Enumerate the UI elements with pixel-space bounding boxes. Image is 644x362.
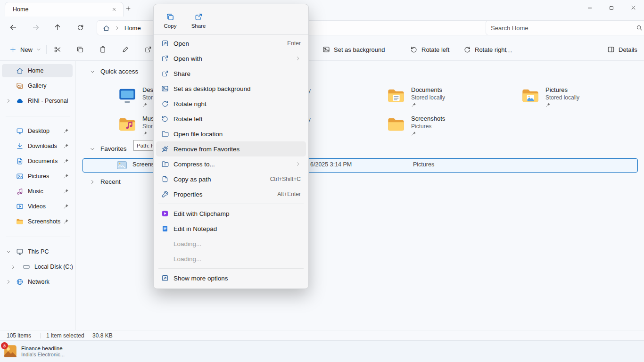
section-favorites[interactable]: Favorites — [90, 145, 127, 152]
widgets-button[interactable]: 3 Finance headline India's Electronic... — [4, 345, 65, 358]
desktop-icon — [16, 127, 24, 135]
toolbar-divider — [46, 45, 47, 54]
sidebar-item-documents[interactable]: Documents — [2, 155, 73, 168]
sidebar-item-this-pc[interactable]: This PC — [2, 245, 73, 258]
set-as-background-button[interactable]: Set as background — [319, 42, 388, 57]
minimize-button[interactable] — [579, 0, 601, 16]
pane-divider[interactable] — [75, 60, 76, 330]
menu-item-open[interactable]: Open Enter — [156, 36, 306, 51]
pin-icon — [142, 131, 148, 136]
share-icon — [161, 70, 169, 77]
menu-item-rotate-right[interactable]: Rotate right — [156, 96, 306, 111]
up-button[interactable] — [50, 20, 65, 35]
menu-item-open-file-location[interactable]: Open file location — [156, 126, 306, 141]
section-quick-access[interactable]: Quick access — [90, 68, 138, 75]
menu-item-loading-1: Loading... — [156, 236, 306, 251]
rotate-left-icon — [161, 115, 169, 123]
copy-button[interactable] — [72, 42, 88, 57]
paste-button[interactable] — [95, 42, 111, 57]
menu-item-share[interactable]: Share — [156, 66, 306, 81]
breadcrumb-label[interactable]: Home — [124, 25, 141, 32]
sidebar-item-music[interactable]: Music — [2, 185, 73, 198]
chevron-right-icon[interactable] — [6, 98, 11, 104]
rotate-left-button[interactable]: Rotate left — [406, 42, 453, 57]
chevron-down-icon — [90, 146, 95, 152]
context-copy-button[interactable]: Copy — [157, 8, 183, 33]
chevron-down-icon[interactable] — [6, 249, 11, 255]
sidebar-item-desktop[interactable]: Desktop — [2, 124, 73, 138]
close-window-button[interactable] — [622, 0, 644, 16]
context-menu: Copy Share Open Enter Open with Share — [153, 4, 309, 289]
navigation-bar: Home Search Home — [0, 16, 644, 39]
sidebar-item-home[interactable]: Home — [2, 64, 73, 77]
menu-item-edit-with-clipchamp[interactable]: Edit with Clipchamp — [156, 206, 306, 221]
pin-icon — [63, 204, 69, 209]
open-with-icon — [161, 55, 169, 62]
widget-headline: Finance headline — [21, 346, 65, 351]
tab-title: Home — [13, 6, 28, 13]
cut-button[interactable] — [50, 42, 66, 57]
quick-access-tile-pictures[interactable]: PicturesStored locally — [521, 85, 644, 113]
pin-icon — [63, 158, 69, 164]
forward-button[interactable] — [28, 20, 43, 35]
menu-item-properties[interactable]: Properties Alt+Enter — [156, 187, 306, 202]
chevron-right-icon — [115, 25, 120, 31]
pin-icon — [545, 102, 551, 107]
tab-close-button[interactable] — [109, 4, 119, 15]
sidebar-item-network[interactable]: Network — [2, 275, 73, 288]
rename-button[interactable] — [117, 42, 133, 57]
search-icon — [636, 25, 643, 31]
menu-item-compress-to[interactable]: Compress to... — [156, 156, 306, 172]
more-options-button[interactable]: … — [502, 42, 517, 57]
sidebar-item-pictures[interactable]: Pictures — [2, 170, 73, 183]
maximize-button[interactable] — [601, 0, 622, 16]
section-recent[interactable]: Recent — [90, 178, 121, 185]
widget-subheadline: India's Electronic... — [21, 352, 65, 357]
context-share-button[interactable]: Share — [186, 8, 211, 33]
menu-item-set-as-desktop-background[interactable]: Set as desktop background — [156, 81, 306, 96]
back-icon — [9, 24, 17, 31]
sidebar-item-screenshots[interactable]: Screenshots — [2, 215, 73, 228]
network-globe-icon — [16, 278, 24, 286]
status-divider — [41, 333, 41, 338]
zip-folder-icon — [161, 160, 169, 168]
menu-item-show-more-options[interactable]: Show more options — [156, 271, 306, 286]
set-as-background-label: Set as background — [334, 46, 385, 53]
close-icon — [112, 7, 116, 12]
music-folder-icon — [118, 115, 137, 134]
quick-access-tile-documents[interactable]: DocumentsStored locally — [387, 85, 515, 113]
chevron-right-icon[interactable] — [10, 264, 16, 270]
paste-icon — [99, 46, 107, 53]
details-label: Details — [619, 46, 637, 53]
new-tab-button[interactable] — [123, 3, 133, 14]
details-button[interactable]: Details — [603, 42, 641, 57]
menu-item-copy-as-path[interactable]: Copy as path Ctrl+Shift+C — [156, 172, 306, 187]
copy-icon — [76, 46, 84, 53]
menu-item-remove-from-favorites[interactable]: Remove from Favorites — [156, 141, 306, 156]
show-more-icon — [161, 274, 169, 282]
quick-access-tile-screenshots[interactable]: ScreenshotsPictures — [387, 114, 515, 141]
home-icon — [103, 25, 110, 32]
sidebar-item-onedrive[interactable]: RINI - Personal — [2, 94, 73, 107]
ellipsis-icon: … — [505, 46, 513, 54]
pin-icon — [142, 102, 148, 107]
chevron-right-icon[interactable] — [6, 279, 11, 285]
menu-item-open-with[interactable]: Open with — [156, 51, 306, 66]
sidebar-item-downloads[interactable]: Downloads — [2, 140, 73, 153]
refresh-button[interactable] — [73, 20, 88, 35]
breadcrumb-home[interactable] — [103, 25, 110, 32]
menu-item-rotate-left[interactable]: Rotate left — [156, 111, 306, 126]
documents-folder-icon — [387, 86, 405, 105]
explorer-tab-home[interactable]: Home — [5, 2, 124, 16]
sidebar-item-videos[interactable]: Videos — [2, 200, 73, 213]
new-button[interactable]: New — [5, 42, 46, 57]
search-box[interactable]: Search Home — [486, 20, 644, 35]
back-button[interactable] — [6, 20, 21, 35]
pin-icon — [63, 189, 69, 194]
sidebar-item-gallery[interactable]: Gallery — [2, 79, 73, 92]
recent-label: Recent — [100, 178, 121, 185]
pictures-folder-icon — [521, 86, 540, 105]
chevron-down-icon — [36, 47, 41, 52]
sidebar-item-local-disk-c[interactable]: Local Disk (C:) — [2, 260, 73, 273]
menu-item-edit-in-notepad[interactable]: Edit in Notepad — [156, 221, 306, 236]
